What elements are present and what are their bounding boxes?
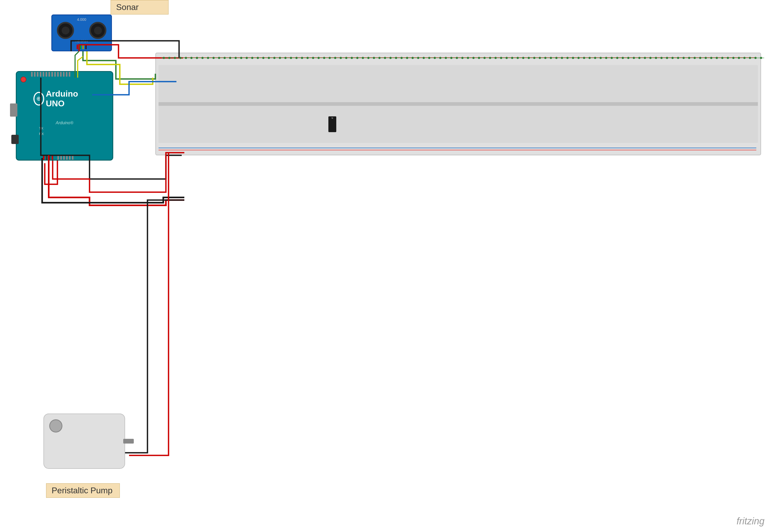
- dpin-3: [40, 72, 41, 77]
- svg-point-29: [301, 57, 303, 59]
- dpin-7: [51, 72, 53, 77]
- svg-point-85: [611, 57, 613, 59]
- svg-point-69: [522, 57, 524, 59]
- svg-point-41: [367, 57, 369, 59]
- svg-point-19: [246, 57, 248, 59]
- svg-point-91: [644, 57, 646, 59]
- arduino-rx-label: RX: [39, 131, 44, 137]
- svg-point-106: [727, 57, 729, 59]
- sonar-pins: [77, 44, 87, 49]
- svg-point-44: [384, 57, 386, 59]
- sonar-label: Sonar: [111, 0, 168, 14]
- arduino-5v: [43, 155, 44, 160]
- dpin-1: [34, 72, 36, 77]
- apin-0: [57, 155, 59, 160]
- svg-point-87: [622, 57, 624, 59]
- dpin-6: [48, 72, 50, 77]
- svg-point-89: [633, 57, 635, 59]
- arduino-gnd2: [49, 155, 50, 160]
- svg-point-9: [190, 57, 192, 59]
- svg-point-54: [439, 57, 441, 59]
- sonar-eye-right-inner: [94, 27, 102, 34]
- svg-point-60: [473, 57, 475, 59]
- svg-point-64: [495, 57, 497, 59]
- arduino-logo-area: ⊕ Arduino UNO: [33, 89, 86, 108]
- arduino-analog-pins: [57, 155, 73, 160]
- svg-point-82: [594, 57, 596, 59]
- svg-point-83: [600, 57, 602, 59]
- svg-point-65: [500, 57, 502, 59]
- svg-point-62: [484, 57, 486, 59]
- svg-point-74: [550, 57, 552, 59]
- svg-point-76: [561, 57, 563, 59]
- arduino-logo-circle: ⊕: [33, 92, 44, 106]
- dpin-8: [54, 72, 56, 77]
- svg-point-53: [434, 57, 436, 59]
- arduino-reset-button[interactable]: [21, 77, 26, 82]
- svg-point-104: [716, 57, 718, 59]
- svg-point-25: [279, 57, 281, 59]
- green-dot-row-svg: [161, 56, 764, 60]
- breadboard: // We can't run script inside SVG like t…: [155, 53, 761, 155]
- dpin-11: [63, 72, 64, 77]
- pump-label: Peristaltic Pump: [46, 483, 120, 498]
- svg-point-30: [306, 57, 308, 59]
- arduino-barrel-jack: [11, 135, 19, 144]
- svg-point-7: [179, 57, 181, 59]
- arduino-uno: ⊕ Arduino UNO Arduino®: [16, 71, 113, 161]
- svg-point-39: [356, 57, 358, 59]
- svg-point-50: [417, 57, 419, 59]
- arduino-vin: [52, 155, 53, 160]
- dpin-9: [57, 72, 59, 77]
- svg-point-75: [555, 57, 558, 59]
- breadboard-bottom-rail: [158, 146, 758, 152]
- pump-label-text: Peristaltic Pump: [52, 486, 112, 495]
- apin-3: [66, 155, 68, 160]
- svg-point-72: [539, 57, 541, 59]
- svg-point-58: [462, 57, 464, 59]
- svg-point-112: [760, 57, 762, 59]
- svg-point-10: [196, 57, 198, 59]
- svg-point-26: [284, 57, 286, 59]
- svg-point-92: [649, 57, 652, 59]
- arduino-tx-label: TX: [39, 126, 44, 131]
- svg-point-94: [660, 57, 663, 59]
- svg-point-71: [533, 57, 535, 59]
- dpin-2: [37, 72, 38, 77]
- canvas: Sonar 4.000 HC-SR04 ⊕ Arduino UNO Arduin…: [0, 0, 775, 532]
- svg-point-107: [732, 57, 734, 59]
- apin-2: [63, 155, 65, 160]
- svg-point-70: [528, 57, 530, 59]
- pump-body: [43, 414, 125, 469]
- mosfet-label: N: [331, 117, 333, 119]
- svg-point-90: [638, 57, 640, 59]
- svg-point-108: [738, 57, 740, 59]
- svg-point-23: [268, 57, 270, 59]
- svg-point-22: [262, 57, 264, 59]
- dpin-12: [66, 72, 67, 77]
- svg-point-79: [578, 57, 580, 59]
- svg-point-57: [456, 57, 458, 59]
- svg-point-61: [478, 57, 480, 59]
- svg-point-12: [207, 57, 209, 59]
- svg-point-33: [323, 57, 325, 59]
- svg-point-96: [672, 57, 674, 59]
- svg-point-24: [273, 57, 275, 59]
- svg-point-21: [257, 57, 259, 59]
- bottom-rail-svg: [158, 146, 756, 152]
- svg-point-81: [589, 57, 591, 59]
- svg-point-86: [616, 57, 618, 59]
- sonar-label-text: Sonar: [116, 2, 138, 12]
- sonar-eye-right: [89, 22, 106, 39]
- svg-point-55: [445, 57, 447, 59]
- svg-point-102: [705, 57, 707, 59]
- svg-point-101: [699, 57, 701, 59]
- svg-point-42: [373, 57, 375, 59]
- svg-point-47: [401, 57, 403, 59]
- svg-point-5: [168, 57, 170, 59]
- svg-point-6: [174, 57, 176, 59]
- svg-point-78: [572, 57, 574, 59]
- svg-point-37: [345, 57, 347, 59]
- dpin-4: [43, 72, 44, 77]
- svg-point-99: [688, 57, 690, 59]
